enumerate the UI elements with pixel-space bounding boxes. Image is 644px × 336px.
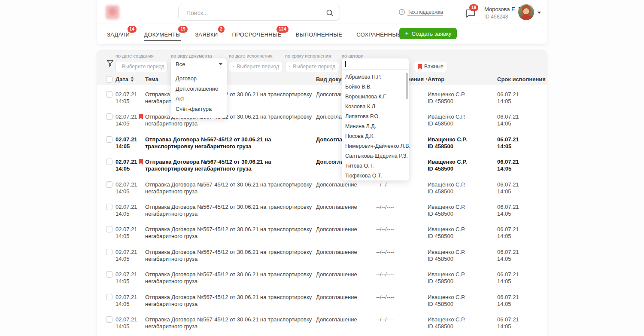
question-icon: ?: [399, 9, 405, 15]
doc-type-select[interactable]: Все: [171, 58, 227, 70]
row-checkbox[interactable]: [106, 91, 112, 98]
row-checkbox[interactable]: [106, 159, 112, 165]
row-due: 06.07.2114:05: [497, 136, 547, 150]
table-row[interactable]: 02.07.2114:05 Отправка Договора №567-45/…: [97, 152, 547, 174]
row-checkbox[interactable]: [106, 271, 112, 278]
author-option[interactable]: Минина Л.Д.: [342, 121, 409, 131]
row-date: 02.07.2114:05: [115, 204, 139, 217]
tab[interactable]: ДОКУМЕНТЫ 19: [144, 31, 181, 38]
author-option[interactable]: Липатова Р.О.: [342, 111, 409, 121]
row-date: 02.07.2114:05: [115, 181, 139, 195]
doc-type-option[interactable]: Счёт-фактура: [171, 104, 227, 114]
row-checkbox[interactable]: [106, 316, 112, 323]
term-execution-period-input[interactable]: Выберите период: [285, 61, 339, 72]
tab[interactable]: ЗАДАЧИ 14: [107, 31, 130, 38]
important-filter-button[interactable]: Важные: [414, 61, 447, 72]
row-author: Иващенко С.Р.ID 458500: [428, 226, 497, 240]
tab[interactable]: ВЫПОЛНЕННЫЕ: [296, 31, 342, 38]
table-row[interactable]: 02.07.2114:05 Отправка Договора №567-45/…: [97, 310, 547, 332]
doc-type-option[interactable]: Договор: [171, 73, 227, 84]
content-card: по дате создания Выберите период по виду…: [97, 50, 547, 336]
create-request-button[interactable]: + Создать заявку: [399, 28, 457, 39]
row-author: Иващенко С.Р.ID 458500: [428, 271, 497, 285]
row-doc-type: Допсоглашение: [316, 316, 376, 323]
tab-label: ЗАДАЧИ: [107, 31, 130, 38]
row-doc-type: Допсоглашение: [316, 294, 376, 301]
support-link[interactable]: ? Тех.поддержка: [399, 9, 443, 15]
row-due: 06.07.2114:05: [497, 204, 547, 217]
table-row[interactable]: 02.07.2114:05 Отправка Договора №567-45/…: [97, 175, 547, 197]
row-date: 02.07.2114:05: [115, 226, 139, 240]
author-options: Абрамова П.Р.Бойко В.В.Ворошилова К.Г.Ко…: [342, 72, 409, 180]
row-checkbox[interactable]: [106, 249, 112, 255]
row-author: Иващенко С.Р.ID 458500: [428, 159, 497, 172]
author-option[interactable]: Титова О.Т.: [342, 161, 409, 171]
date-execution-period-input[interactable]: Выберите период: [229, 61, 283, 72]
table-row[interactable]: 02.07.2114:05 Отправка Договора №567-45/…: [97, 265, 547, 287]
doc-type-option[interactable]: Акт: [171, 94, 227, 104]
author-scrollbar[interactable]: [406, 73, 408, 99]
row-author: Иващенко С.Р.ID 458500: [428, 113, 497, 127]
row-due: 06.07.2114:05: [497, 316, 547, 330]
author-option[interactable]: Носова Д.К.: [342, 131, 409, 141]
author-option[interactable]: Козлова К.Л.: [342, 101, 409, 111]
row-exec-date: --/--/----: [376, 226, 428, 233]
author-search-input[interactable]: [342, 58, 409, 70]
row-checkbox[interactable]: [106, 294, 112, 300]
filter-icon[interactable]: [106, 60, 114, 67]
row-checkbox[interactable]: [106, 136, 112, 143]
row-due: 06.07.2114:05: [497, 249, 547, 263]
select-all-checkbox[interactable]: [106, 76, 112, 82]
row-checkbox[interactable]: [106, 226, 112, 232]
chevron-down-icon: [219, 63, 222, 65]
row-theme: Отправка Договора №567-45/12 от 30.06.21…: [145, 271, 316, 285]
search-input[interactable]: Поиск...: [178, 5, 340, 21]
doc-type-options: ДоговорДоп.соглашениеАктСчёт-фактура: [171, 73, 227, 114]
row-checkbox[interactable]: [106, 204, 112, 210]
tabs-row: ЗАДАЧИ 14 ДОКУМЕНТЫ 19 ЗАЯВКИ 2 ПРОСРОЧЕ…: [97, 24, 547, 45]
search-icon[interactable]: [326, 9, 334, 17]
row-checkbox[interactable]: [106, 113, 112, 120]
author-option[interactable]: Ворошилова К.Г.: [342, 92, 409, 101]
row-theme: Отправка Договора №567-45/12 от 30.06.21…: [145, 316, 316, 330]
tab-label: ВЫПОЛНЕННЫЕ: [296, 31, 342, 38]
date-created-period-input[interactable]: Выберите период: [115, 61, 168, 72]
author-option[interactable]: Бойко В.В.: [342, 82, 409, 92]
tab[interactable]: ЗАЯВКИ 2: [195, 31, 218, 38]
row-exec-date: --/--/----: [376, 181, 428, 188]
header-due[interactable]: Срок исполнения: [497, 76, 547, 82]
row-date: 02.07.2114:05: [115, 136, 139, 150]
doc-type-option[interactable]: Доп.соглашение: [171, 84, 227, 94]
table-row[interactable]: 02.07.2114:05 Отправка Договора №567-45/…: [97, 287, 547, 310]
row-date: 02.07.2114:05: [115, 294, 139, 308]
row-date: 02.07.2114:05: [115, 316, 139, 330]
svg-text:?: ?: [401, 10, 403, 14]
user-menu-caret-icon[interactable]: [538, 12, 541, 14]
tab[interactable]: ПРОСРОЧЕННЫЕ 124: [232, 31, 281, 38]
table-row[interactable]: 02.07.2114:05 Отправка Договора №567-45/…: [97, 85, 547, 107]
table-row[interactable]: 02.07.2114:05 Отправка Договора №567-45/…: [97, 242, 547, 265]
user-block: Морозова Е. Р. ID 458248: [484, 6, 522, 20]
row-exec-date: --/--/----: [376, 316, 428, 323]
table-row[interactable]: 02.07.2114:05 Отправка Договора №567-45/…: [97, 220, 547, 242]
filter-date-execution: по дате исполнения Выберите период: [229, 53, 283, 72]
row-doc-type: Допсоглашение: [316, 181, 376, 188]
row-due: 06.07.2114:05: [497, 294, 547, 308]
row-checkbox[interactable]: [106, 181, 112, 188]
row-author: Иващенко С.Р.ID 458500: [428, 181, 497, 195]
header-date[interactable]: Дата: [115, 76, 139, 82]
table-row[interactable]: 02.07.2114:05 Отправка Договора №567-45/…: [97, 130, 547, 152]
page: Поиск... ? Тех.поддержка 19 Морозова Е. …: [0, 0, 644, 336]
table-row[interactable]: 02.07.2114:05 Отправка Договора №567-45/…: [97, 197, 547, 220]
author-option[interactable]: Тюфякова О.Т.: [342, 171, 409, 180]
sort-icon[interactable]: [131, 76, 134, 82]
row-doc-type: Допсоглашение: [316, 249, 376, 256]
avatar[interactable]: [518, 4, 534, 20]
flag-icon: [418, 64, 422, 70]
messages-button[interactable]: 19: [465, 8, 477, 18]
tab[interactable]: СОХРАНЁННЫЕ: [356, 31, 401, 38]
author-option[interactable]: Абрамова П.Р.: [342, 72, 409, 82]
author-option[interactable]: Нимерович-Дайченко Л.В.: [342, 141, 409, 151]
author-option[interactable]: Салтыкова-Щедрина Р.З.: [342, 151, 409, 161]
table-row[interactable]: 02.07.2114:05 Отправка Договора №567-45/…: [97, 107, 547, 129]
